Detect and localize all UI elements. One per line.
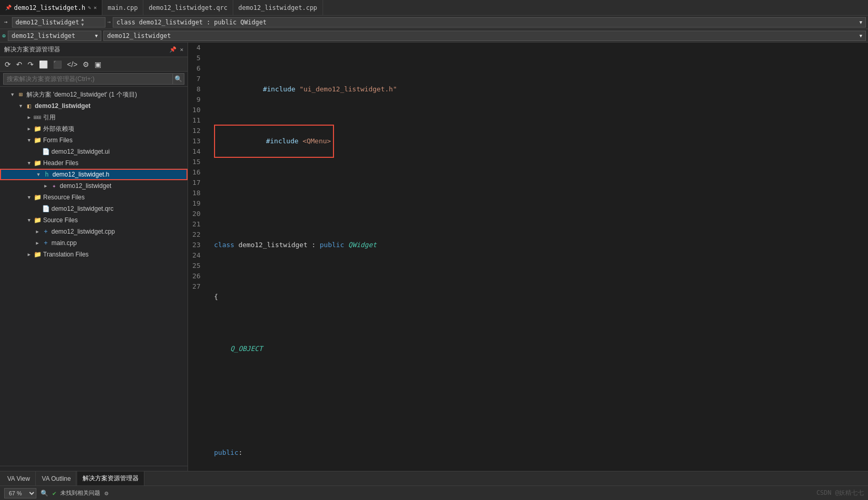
toolbar-btn-back[interactable]: ↶	[15, 60, 24, 69]
line-num-20: 20	[188, 209, 205, 219]
tree-item-ext[interactable]: ▶ 📁 外部依赖项	[0, 123, 188, 134]
bottom-settings-icon[interactable]: ⚙	[104, 490, 108, 497]
expander-form[interactable]: ▼	[25, 138, 33, 143]
search-button[interactable]: 🔍	[173, 73, 184, 85]
expander-project[interactable]: ▼	[17, 103, 25, 109]
main-cpp-label: main.cpp	[51, 239, 77, 247]
toolbar-btn-filter[interactable]: ▣	[93, 60, 103, 69]
search-input[interactable]	[3, 73, 173, 85]
tree-item-solution[interactable]: ▼ ⊞ 解决方案 'demo12_listwidget' (1 个项目)	[0, 89, 188, 100]
tree-item-translation[interactable]: ▶ 📁 Translation Files	[0, 249, 188, 260]
tree-item-ref[interactable]: ▶ ⊞⊞ 引用	[0, 112, 188, 123]
line-num-12: 12	[188, 126, 205, 136]
code-line-11: public:	[214, 448, 868, 458]
tab-listwidget-cpp[interactable]: demo12_listwidget.cpp	[233, 0, 323, 15]
tree-item-main-cpp[interactable]: ▶ + main.cpp	[0, 237, 188, 249]
bottom-tab-va-outline[interactable]: VA Outline	[37, 471, 77, 485]
tree-item-header[interactable]: ▼ 📁 Header Files	[0, 157, 188, 169]
code-line-5: #include <QMenu>	[214, 136, 868, 146]
line-num-24: 24	[188, 250, 205, 261]
sidebar-scrollbar[interactable]	[0, 466, 188, 471]
project-dropdown[interactable]: demo12_listwidget ▲ ▼	[12, 17, 105, 28]
sidebar-title: 解决方案资源管理器	[4, 45, 60, 54]
tab-bar: 📌 demo12_listwidget.h ✎ ✕ main.cpp demo1…	[0, 0, 868, 16]
tree-view[interactable]: ▼ ⊞ 解决方案 'demo12_listwidget' (1 个项目) ▼ ◧…	[0, 87, 188, 466]
nav-bar-1: → demo12_listwidget ▲ ▼ → class demo12_l…	[0, 16, 868, 29]
code-line-4: #include "ui_demo12_listwidget.h"	[214, 84, 868, 94]
code-area[interactable]: 4 5 6 7 8 9 10 11 12 13 14 15 16 17 18 1…	[188, 43, 868, 471]
tree-item-source[interactable]: ▼ 📁 Source Files	[0, 214, 188, 226]
redbox-line5: #include <QMenu>	[214, 125, 334, 158]
tab-close-button[interactable]: ✕	[94, 5, 97, 10]
tab-label: demo12_listwidget.h	[14, 4, 85, 11]
bottom-search-icon[interactable]: 🔍	[41, 490, 48, 497]
toolbar-btn-code[interactable]: </>	[65, 60, 79, 69]
class-dropdown-arrow: ▼	[860, 20, 862, 25]
header-folder-icon: 📁	[33, 159, 42, 167]
line-num-13: 13	[188, 136, 205, 146]
source-folder-icon: 📁	[33, 217, 42, 224]
scope-dropdown-label: demo12_listwidget	[11, 32, 75, 39]
nav-up-down[interactable]: ▲ ▼	[81, 17, 84, 28]
line-num-18: 18	[188, 188, 205, 198]
line-num-11: 11	[188, 115, 205, 126]
line-num-4: 4	[188, 43, 205, 53]
expander-ref[interactable]: ▶	[25, 115, 33, 120]
expander-solution[interactable]: ▼	[8, 92, 17, 97]
expander-cpp-listwidget[interactable]: ▶	[33, 229, 42, 234]
tree-item-form[interactable]: ▼ 📁 Form Files	[0, 134, 188, 146]
expander-main-cpp[interactable]: ▶	[33, 240, 42, 246]
zoom-select[interactable]: 67 % 100 % 150 %	[4, 488, 36, 498]
tree-item-h-file[interactable]: ▼ h demo12_listwidget.h	[0, 169, 188, 180]
project-dropdown-label: demo12_listwidget	[16, 19, 79, 26]
expander-class[interactable]: ▶	[42, 183, 50, 188]
ext-label: 外部依赖项	[43, 125, 74, 133]
qrc-file-label: demo12_listwidget.qrc	[51, 205, 113, 212]
expander-translation[interactable]: ▶	[25, 252, 33, 257]
sidebar-close-icon[interactable]: ✕	[180, 46, 183, 53]
tree-item-resource[interactable]: ▼ 📁 Resource Files	[0, 192, 188, 203]
line-numbers: 4 5 6 7 8 9 10 11 12 13 14 15 16 17 18 1…	[188, 43, 209, 471]
expander-ext[interactable]: ▶	[25, 126, 33, 131]
bottom-tab-va-view[interactable]: VA View	[2, 471, 36, 485]
class-label: demo12_listwidget	[60, 182, 111, 190]
method-dropdown-label: demo12_listwidget	[107, 32, 171, 39]
toolbar-btn-copy2[interactable]: ⬛	[51, 60, 63, 69]
expander-h-file[interactable]: ▼	[34, 172, 43, 177]
tree-item-form-ui[interactable]: 📄 demo12_listwidget.ui	[0, 146, 188, 157]
method-dropdown[interactable]: demo12_listwidget ▼	[103, 31, 866, 41]
line-num-21: 21	[188, 219, 205, 229]
status-check-icon: ✔	[52, 490, 56, 497]
expander-source[interactable]: ▼	[25, 218, 33, 223]
h-file-icon: h	[43, 171, 51, 178]
tree-item-class[interactable]: ▶ ✦ demo12_listwidget	[0, 180, 188, 192]
line-num-22: 22	[188, 229, 205, 240]
expander-header[interactable]: ▼	[25, 160, 33, 166]
bottom-tab-solution-explorer[interactable]: 解决方案资源管理器	[77, 471, 144, 485]
toolbar-btn-refresh[interactable]: ⟳	[3, 60, 12, 69]
tree-item-project[interactable]: ▼ ◧ demo12_listwidget	[0, 100, 188, 112]
expander-resource[interactable]: ▼	[25, 195, 33, 200]
header-label: Header Files	[43, 159, 78, 167]
line-num-16: 16	[188, 167, 205, 178]
tab-listwidget-qrc[interactable]: demo12_listwidget.qrc	[143, 0, 233, 15]
toolbar-btn-forward[interactable]: ↷	[26, 60, 35, 69]
qrc-file-icon: 📄	[42, 205, 50, 212]
toolbar-btn-settings[interactable]: ⚙	[81, 60, 91, 69]
nav-arrow-right[interactable]: →	[2, 18, 10, 26]
tree-item-qrc[interactable]: 📄 demo12_listwidget.qrc	[0, 203, 188, 214]
source-files-label: Source Files	[43, 217, 78, 224]
tree-item-cpp-listwidget[interactable]: ▶ + demo12_listwidget.cpp	[0, 226, 188, 237]
class-dropdown[interactable]: class demo12_listwidget : public QWidget…	[113, 17, 866, 28]
tab-main-cpp[interactable]: main.cpp	[102, 0, 143, 15]
bottom-tab-va-view-label: VA View	[7, 475, 30, 482]
code-content[interactable]: #include "ui_demo12_listwidget.h" #inclu…	[209, 43, 868, 471]
tab-label: demo12_listwidget.qrc	[149, 4, 228, 11]
resource-folder-icon: 📁	[33, 194, 42, 201]
sidebar-pin-icon[interactable]: 📌	[169, 46, 177, 53]
toolbar-btn-copy[interactable]: ⬜	[37, 60, 49, 69]
code-editor[interactable]: 4 5 6 7 8 9 10 11 12 13 14 15 16 17 18 1…	[188, 43, 868, 471]
tab-demo12-listwidget-h[interactable]: 📌 demo12_listwidget.h ✎ ✕	[0, 0, 102, 15]
scope-dropdown[interactable]: demo12_listwidget ▼	[8, 31, 101, 41]
scope-arrow: ▼	[95, 33, 98, 38]
